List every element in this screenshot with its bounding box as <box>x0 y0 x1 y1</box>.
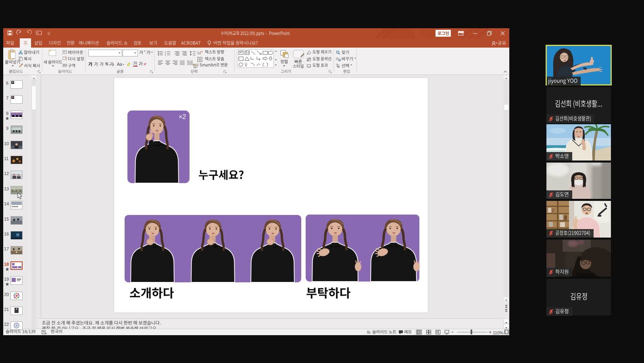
svg-text:3: 3 <box>165 54 166 56</box>
